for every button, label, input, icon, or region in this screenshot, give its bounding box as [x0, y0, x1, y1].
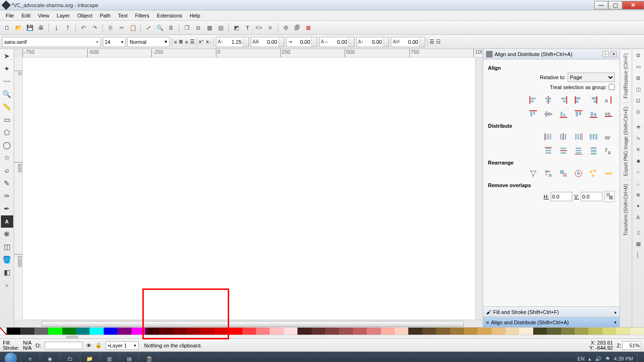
taskbar-explorer[interactable]: 🗀	[60, 352, 79, 362]
snap-guide[interactable]: │	[633, 250, 644, 260]
color-swatch[interactable]	[48, 328, 62, 335]
tray-volume-icon[interactable]: 🔊	[595, 356, 602, 362]
canvas[interactable]	[23, 58, 475, 320]
color-palette[interactable]	[0, 327, 644, 335]
opacity-input[interactable]	[45, 342, 83, 349]
menu-extensions[interactable]: Extensions	[153, 12, 186, 19]
bezier-tool[interactable]: ✑	[1, 190, 13, 202]
color-swatch[interactable]	[630, 328, 644, 335]
align-center-button[interactable]: ≣	[179, 39, 183, 45]
calligraphy-tool[interactable]: ✒	[1, 203, 13, 215]
zoom-tool[interactable]: 🔍	[1, 88, 13, 100]
snap-bbox[interactable]: ▭	[633, 61, 644, 72]
treat-group-checkbox[interactable]	[609, 84, 615, 90]
font-style-select[interactable]: Normal ▾	[127, 37, 170, 47]
zoom-page-button[interactable]: 🔍	[155, 23, 165, 33]
snap-intersect[interactable]: ✕	[633, 144, 644, 155]
color-swatch[interactable]	[450, 328, 464, 335]
align-left-button[interactable]: ≡	[174, 39, 177, 45]
snap-line-mid[interactable]: ⟂	[633, 178, 644, 189]
align-justify-button[interactable]: ☰	[190, 39, 195, 45]
menu-filters[interactable]: Filters	[132, 12, 153, 19]
kern-dx-input[interactable]: A↔	[319, 37, 355, 47]
graph-layout[interactable]	[527, 167, 539, 180]
star-tool[interactable]: ☆	[1, 152, 13, 164]
color-swatch[interactable]	[492, 328, 505, 335]
snap-path[interactable]: ∿	[633, 133, 644, 143]
align-collapsed[interactable]: ≡ Align and Distribute (Shift+Ctrl+A) ▾	[483, 317, 619, 327]
dist-h-left[interactable]	[542, 131, 554, 143]
dist-v-bottom[interactable]	[572, 145, 585, 157]
new-doc-button[interactable]: 🗋	[2, 23, 12, 33]
color-swatch[interactable]	[215, 328, 228, 335]
zoom-drawing-button[interactable]: 🗎	[166, 23, 176, 33]
color-swatch[interactable]	[62, 328, 76, 335]
snap-midpoint[interactable]: ⊡	[633, 95, 644, 106]
align-right-anchor[interactable]	[587, 94, 600, 106]
taskbar-ie[interactable]: e	[21, 352, 40, 362]
taskbar-chrome[interactable]: ◉	[41, 352, 59, 362]
color-swatch[interactable]	[7, 328, 20, 335]
menu-text[interactable]: Text	[114, 12, 131, 19]
menu-layer[interactable]: Layer	[53, 12, 74, 19]
save-button[interactable]: 💾	[25, 23, 35, 33]
dist-v-gap[interactable]	[587, 145, 600, 157]
ellipse-tool[interactable]: ◯	[1, 139, 13, 151]
open-button[interactable]: 📂	[13, 23, 24, 33]
tray-up-icon[interactable]: ▴	[588, 356, 591, 362]
letter-spacing-input[interactable]: AA	[251, 37, 284, 47]
relative-to-select[interactable]: Page	[568, 73, 615, 82]
rotate-input[interactable]: A⟳	[391, 37, 425, 47]
color-swatch[interactable]	[228, 328, 242, 335]
color-swatch[interactable]	[478, 328, 491, 335]
dist-h-center[interactable]	[557, 131, 570, 143]
unlink-clone-button[interactable]: ⧉	[193, 23, 203, 33]
align-right-edge[interactable]	[557, 94, 570, 106]
no-color-swatch[interactable]	[0, 328, 7, 335]
color-swatch[interactable]	[561, 328, 575, 335]
tray-flag-icon[interactable]: ⚑	[605, 356, 610, 362]
lock-icon[interactable]: 🔒	[95, 342, 102, 348]
panel-title[interactable]: Align and Distribute (Shift+Ctrl+A) ▫ ✕	[483, 49, 619, 59]
text-dialog-button[interactable]: T	[242, 23, 253, 33]
color-swatch[interactable]	[104, 328, 117, 335]
color-swatch[interactable]	[381, 328, 395, 335]
color-swatch[interactable]	[159, 328, 173, 335]
tray-time[interactable]: 4:39 PM	[614, 356, 633, 362]
color-swatch[interactable]	[436, 328, 450, 335]
snap-edge[interactable]: ⊞	[633, 73, 644, 83]
color-swatch[interactable]	[20, 328, 34, 335]
dist-text-h[interactable]: ay	[603, 131, 615, 143]
text-tool[interactable]: A	[1, 215, 13, 228]
ruler-vertical[interactable]: 0 500 1000	[14, 58, 23, 320]
menu-path[interactable]: Path	[96, 12, 115, 19]
color-swatch[interactable]	[187, 328, 200, 335]
color-swatch[interactable]	[256, 328, 270, 335]
color-swatch[interactable]	[603, 328, 616, 335]
superscript-button[interactable]: x⁺	[199, 39, 205, 45]
align-center-v-axis[interactable]	[542, 108, 554, 120]
color-swatch[interactable]	[588, 328, 602, 335]
window-minimize-button[interactable]: —	[594, 1, 608, 9]
menu-edit[interactable]: Edit	[18, 12, 34, 19]
dist-h-gap[interactable]	[587, 131, 600, 143]
snap-node[interactable]: ⬘	[633, 122, 644, 132]
color-swatch[interactable]	[117, 328, 131, 335]
exchange-rot[interactable]	[572, 167, 585, 180]
tray-lang[interactable]: EN	[578, 356, 585, 362]
spray-tool[interactable]: ❋	[1, 228, 13, 240]
box3d-tool[interactable]: ⬠	[1, 126, 13, 139]
align-right-button[interactable]: ≡	[185, 39, 188, 45]
doc-props-button[interactable]: 🗐	[292, 23, 302, 33]
randomize[interactable]	[587, 167, 600, 180]
prefs-button[interactable]: ⚙	[281, 23, 291, 33]
import-button[interactable]: ⭳	[51, 23, 62, 33]
rect-tool[interactable]: ▭	[1, 114, 13, 126]
color-swatch[interactable]	[297, 328, 311, 335]
zoom-fit-button[interactable]: ⤢	[143, 23, 154, 33]
paste-button[interactable]: 📋	[128, 23, 138, 33]
color-swatch[interactable]	[353, 328, 367, 335]
measure-tool[interactable]: 📏	[1, 101, 13, 113]
node-tool[interactable]: ✦	[1, 63, 13, 75]
tab-export-png[interactable]: Export PNG Image (Shift+Ctrl+E)	[622, 102, 629, 180]
